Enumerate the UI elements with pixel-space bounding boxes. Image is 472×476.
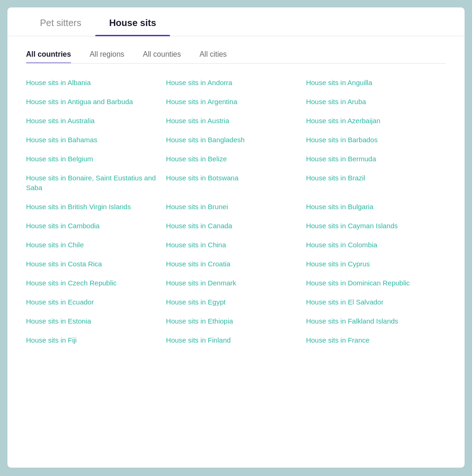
link-item[interactable]: House sits in Argentina [166,92,306,111]
link-item[interactable]: House sits in Ethiopia [166,311,306,331]
link-item[interactable]: House sits in Colombia [306,235,446,254]
link-item[interactable]: House sits in Denmark [166,273,306,292]
link-item[interactable]: House sits in Bulgaria [306,197,446,216]
filter-all-countries[interactable]: All countries [26,50,71,63]
link-item[interactable]: House sits in Bermuda [306,149,446,168]
link-item[interactable]: House sits in Albania [26,73,166,92]
link-item[interactable]: House sits in Cyprus [306,254,446,273]
filter-all-counties[interactable]: All counties [143,50,181,63]
top-tabs: Pet sitters House sits [7,7,465,36]
link-item[interactable]: House sits in China [166,235,306,254]
filter-all-regions[interactable]: All regions [90,50,125,63]
main-card: Pet sitters House sits All countries All… [7,7,465,468]
link-item[interactable]: House sits in Bahamas [26,130,166,149]
link-item[interactable]: House sits in Anguilla [306,73,446,92]
link-item[interactable]: House sits in Falkland Islands [306,311,446,331]
link-item[interactable]: House sits in Fiji [26,331,166,350]
link-item[interactable]: House sits in Antigua and Barbuda [26,92,166,111]
link-item[interactable]: House sits in Aruba [306,92,446,111]
link-item[interactable]: House sits in Ecuador [26,292,166,311]
link-item[interactable]: House sits in Bangladesh [166,130,306,149]
link-item[interactable]: House sits in Brazil [306,168,446,197]
tab-pet-sitters[interactable]: Pet sitters [26,7,95,36]
link-item[interactable]: House sits in Czech Republic [26,273,166,292]
link-item[interactable]: House sits in Finland [166,331,306,350]
link-item[interactable]: House sits in Costa Rica [26,254,166,273]
link-item[interactable]: House sits in Bonaire, Saint Eustatius a… [26,168,166,197]
link-item[interactable]: House sits in Australia [26,111,166,130]
link-item[interactable]: House sits in Belgium [26,149,166,168]
link-item[interactable]: House sits in British Virgin Islands [26,197,166,216]
link-item[interactable]: House sits in Chile [26,235,166,254]
link-item[interactable]: House sits in Barbados [306,130,446,149]
link-item[interactable]: House sits in Botswana [166,168,306,197]
tab-house-sits[interactable]: House sits [95,7,170,36]
link-item[interactable]: House sits in Cambodia [26,216,166,235]
link-item[interactable]: House sits in Azerbaijan [306,111,446,130]
link-item[interactable]: House sits in Estonia [26,311,166,331]
link-item[interactable]: House sits in Croatia [166,254,306,273]
link-item[interactable]: House sits in Belize [166,149,306,168]
filter-tabs: All countries All regions All counties A… [7,36,465,63]
link-item[interactable]: House sits in Austria [166,111,306,130]
link-item[interactable]: House sits in Egypt [166,292,306,311]
link-item[interactable]: House sits in Canada [166,216,306,235]
link-item[interactable]: House sits in Cayman Islands [306,216,446,235]
link-item[interactable]: House sits in Dominican Republic [306,273,446,292]
links-grid: House sits in AlbaniaHouse sits in Andor… [7,64,465,359]
link-item[interactable]: House sits in Andorra [166,73,306,92]
link-item[interactable]: House sits in Brunei [166,197,306,216]
filter-all-cities[interactable]: All cities [199,50,227,63]
link-item[interactable]: House sits in El Salvador [306,292,446,311]
link-item[interactable]: House sits in France [306,331,446,350]
